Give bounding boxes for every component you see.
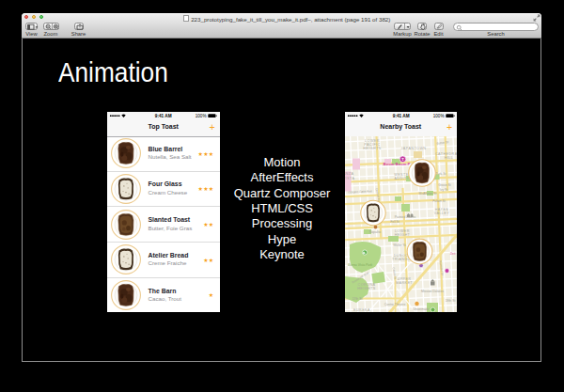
svg-text:Fulton St: Fulton St xyxy=(432,198,446,202)
svg-text:Boom Boom P: Boom Boom P xyxy=(383,162,410,166)
svg-text:T: T xyxy=(401,157,404,162)
svg-text:HILL: HILL xyxy=(444,156,453,160)
svg-text:Mission Dolores: Mission Dolores xyxy=(420,289,443,292)
svg-text:VALLEY: VALLEY xyxy=(433,211,448,214)
svg-text:Grove St: Grove St xyxy=(438,183,450,187)
svg-text:Nopalito: Nopalito xyxy=(368,229,381,233)
svg-text:Turk St: Turk St xyxy=(435,172,446,176)
svg-text:Fell St: Fell St xyxy=(390,220,400,224)
svg-text:17th St: 17th St xyxy=(352,296,362,300)
svg-text:McAllister St: McAllister St xyxy=(418,191,436,195)
svg-text:Zeit: Zeit xyxy=(449,252,455,256)
svg-text:VISTA: VISTA xyxy=(345,176,354,180)
svg-text:Ivy St: Ivy St xyxy=(439,188,447,192)
svg-text:Castro Theatre: Castro Theatre xyxy=(384,303,405,306)
svg-text:ANZA: ANZA xyxy=(345,172,353,176)
svg-text:Buena Vista Park: Buena Vista Park xyxy=(347,262,371,266)
svg-text:JAPANTOWN: JAPANTOWN xyxy=(400,147,426,150)
svg-text:Waller St: Waller St xyxy=(393,243,406,246)
svg-text:HEIGHT: HEIGHT xyxy=(394,232,410,236)
svg-text:MARKET: MARKET xyxy=(395,280,412,284)
svg-text:EUREKA: EUREKA xyxy=(353,308,370,312)
svg-text:HEIGHTS: HEIGHTS xyxy=(363,146,382,149)
svg-text:Unionmade: Unionmade xyxy=(413,307,429,311)
svg-text:100%: 100% xyxy=(432,114,444,118)
svg-text:HEIGHTS: HEIGHTS xyxy=(357,286,376,290)
svg-text:9:41 AM: 9:41 AM xyxy=(392,114,409,118)
svg-text:18th St: 18th St xyxy=(445,299,455,303)
